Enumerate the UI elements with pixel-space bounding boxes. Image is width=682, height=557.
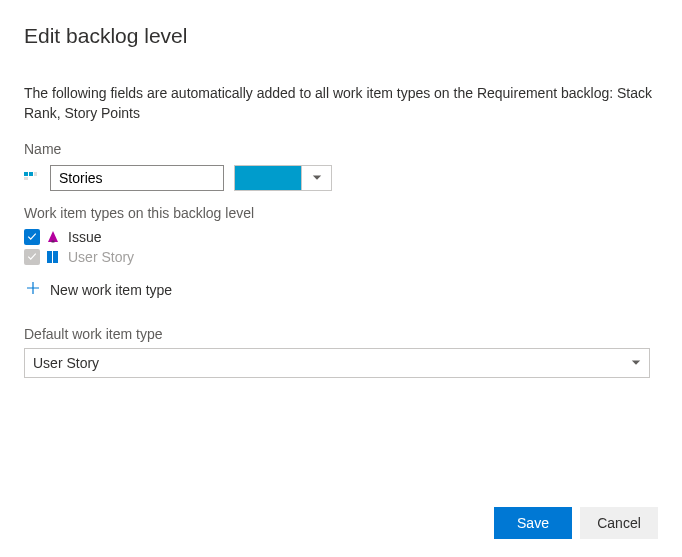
plus-icon: [26, 281, 40, 298]
svg-rect-2: [34, 172, 37, 176]
wit-section-label: Work item types on this backlog level: [24, 205, 658, 221]
svg-rect-0: [24, 172, 28, 176]
description-text: The following fields are automatically a…: [24, 84, 658, 123]
name-input[interactable]: [50, 165, 224, 191]
color-swatch: [235, 166, 301, 190]
save-button[interactable]: Save: [494, 507, 572, 539]
svg-rect-5: [47, 251, 52, 263]
user-story-icon: [46, 250, 62, 264]
wit-row-user-story: User Story: [24, 247, 658, 267]
default-wit-section: Default work item type User Story: [24, 326, 658, 378]
dialog-footer: Save Cancel: [494, 507, 658, 539]
edit-backlog-dialog: Edit backlog level The following fields …: [0, 0, 682, 378]
checkbox-checked-icon[interactable]: [24, 229, 40, 245]
cancel-button[interactable]: Cancel: [580, 507, 658, 539]
color-picker[interactable]: [234, 165, 332, 191]
checkbox-disabled-icon: [24, 249, 40, 265]
new-wit-label: New work item type: [50, 282, 172, 298]
work-item-types-list: Issue User Story: [24, 227, 658, 267]
chevron-down-icon: [301, 166, 331, 190]
chevron-down-icon: [631, 355, 641, 371]
backlog-level-icon: [24, 170, 40, 186]
wit-row-issue: Issue: [24, 227, 658, 247]
default-wit-select[interactable]: User Story: [24, 348, 650, 378]
svg-rect-6: [53, 251, 58, 263]
svg-rect-1: [29, 172, 33, 176]
svg-rect-4: [52, 241, 55, 243]
name-label: Name: [24, 141, 658, 157]
page-title: Edit backlog level: [24, 24, 658, 48]
default-wit-label: Default work item type: [24, 326, 658, 342]
svg-rect-3: [24, 177, 28, 180]
issue-icon: [46, 230, 62, 244]
default-wit-value: User Story: [33, 355, 99, 371]
wit-name: User Story: [68, 249, 134, 265]
new-work-item-type-button[interactable]: New work item type: [24, 275, 174, 304]
wit-name: Issue: [68, 229, 101, 245]
name-row: [24, 165, 658, 191]
